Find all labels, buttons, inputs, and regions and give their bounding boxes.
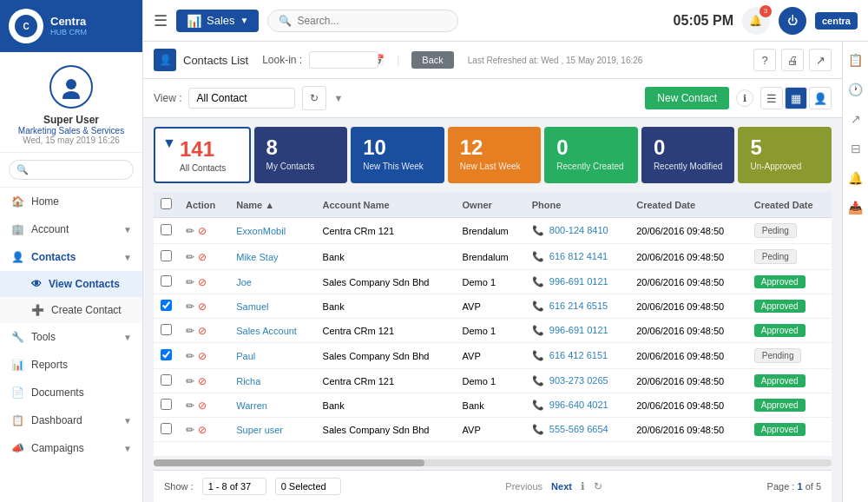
edit-icon[interactable]: ✏ (186, 276, 194, 288)
delete-icon[interactable]: ⊘ (198, 251, 207, 263)
sidebar-item-account[interactable]: 🏢 Account ▼ (0, 215, 142, 243)
phone-link[interactable]: 800-124 8410 (549, 225, 608, 235)
print-button[interactable]: 🖨 (781, 49, 804, 71)
look-in-input[interactable] (309, 51, 378, 69)
edit-icon[interactable]: ✏ (186, 301, 194, 313)
edit-icon[interactable]: ✏ (186, 400, 194, 412)
power-button[interactable]: ⏻ (779, 7, 806, 35)
row-checkbox[interactable] (161, 349, 172, 360)
delete-icon[interactable]: ⊘ (198, 400, 207, 412)
phone-link[interactable]: 616 412 6151 (549, 350, 608, 360)
row-checkbox[interactable] (161, 324, 172, 335)
sidebar-item-documents[interactable]: 📄 Documents (0, 379, 142, 406)
stat-unapproved[interactable]: 5 Un-Approved (738, 127, 832, 183)
sidebar-item-contacts[interactable]: 👤 Contacts ▼ (0, 243, 142, 271)
contact-name[interactable]: Sales Account (236, 326, 297, 336)
previous-button[interactable]: Previous (505, 481, 542, 492)
created-date-header[interactable]: Created Date (629, 192, 747, 218)
rs-bell-icon[interactable]: 🔔 (845, 167, 867, 189)
rs-clock-icon[interactable]: 🕐 (845, 78, 867, 101)
next-info-icon[interactable]: ℹ (581, 480, 585, 492)
selected-count-select[interactable]: 0 Selected (275, 478, 341, 495)
rs-list-icon[interactable]: 📋 (845, 49, 867, 71)
new-contact-button[interactable]: New Contact (645, 87, 729, 109)
topbar-search-box[interactable]: 🔍 (267, 10, 458, 32)
sidebar-item-tools[interactable]: 🔧 Tools ▼ (0, 323, 142, 351)
row-checkbox[interactable] (161, 399, 172, 410)
delete-icon[interactable]: ⊘ (198, 375, 207, 387)
row-checkbox[interactable] (161, 224, 172, 235)
help-button[interactable]: ? (753, 49, 776, 71)
phone-link[interactable]: 996-691 0121 (549, 325, 608, 335)
phone-link[interactable]: 996-691 0121 (549, 276, 608, 287)
row-checkbox[interactable] (161, 300, 172, 311)
status-header[interactable]: Created Date (747, 192, 832, 218)
delete-icon[interactable]: ⊘ (198, 350, 207, 362)
owner-header[interactable]: Owner (456, 192, 525, 218)
sidebar-item-create-contact[interactable]: ➕ Create Contact (0, 297, 142, 323)
sidebar-item-home[interactable]: 🏠 Home (0, 188, 142, 215)
refresh-arrow-icon[interactable]: ▼ (333, 93, 343, 103)
phone-link[interactable]: 996-640 4021 (549, 400, 608, 410)
next-button[interactable]: Next (551, 481, 572, 492)
contact-name[interactable]: Paul (236, 351, 255, 361)
row-checkbox[interactable] (161, 374, 172, 386)
stat-recently-modified[interactable]: 0 Recently Modified (641, 127, 735, 183)
next-arrow-icon[interactable]: ↻ (594, 480, 602, 492)
phone-link[interactable]: 555-569 6654 (549, 424, 608, 434)
share-button[interactable]: ↗ (809, 49, 832, 71)
view-select[interactable]: All Contact My Contacts Recently Created (188, 88, 295, 109)
select-all-checkbox[interactable] (161, 198, 172, 209)
edit-icon[interactable]: ✏ (186, 424, 194, 436)
stat-new-last-week[interactable]: 12 New Last Week (448, 127, 542, 183)
info-button[interactable]: ℹ (736, 89, 753, 107)
scrollbar-thumb[interactable] (154, 459, 424, 466)
sidebar-item-reports[interactable]: 📊 Reports (0, 351, 142, 379)
topbar-search-input[interactable] (297, 15, 447, 27)
grid-view-button[interactable]: ▦ (785, 87, 807, 109)
card-view-button[interactable]: 👤 (809, 87, 832, 109)
contact-name[interactable]: Mike Stay (236, 252, 278, 262)
phone-header[interactable]: Phone (525, 192, 629, 218)
contact-name[interactable]: Joe (236, 277, 252, 287)
account-name-header[interactable]: Account Name (316, 192, 456, 218)
phone-link[interactable]: 903-273 0265 (549, 375, 608, 386)
delete-icon[interactable]: ⊘ (198, 276, 207, 288)
stat-my-contacts[interactable]: 8 My Contacts (254, 127, 348, 183)
list-view-button[interactable]: ☰ (760, 87, 783, 109)
edit-icon[interactable]: ✏ (186, 325, 194, 337)
edit-icon[interactable]: ✏ (186, 350, 194, 362)
sidebar-search-box[interactable]: 🔍 (9, 160, 134, 180)
name-header[interactable]: Name ▲ (229, 192, 315, 218)
menu-hamburger-icon[interactable]: ☰ (154, 11, 168, 30)
module-selector[interactable]: 📊 Sales ▼ (176, 10, 259, 32)
delete-icon[interactable]: ⊘ (198, 424, 207, 436)
sidebar-item-view-contacts[interactable]: 👁 View Contacts (0, 271, 142, 297)
rs-inbox-icon[interactable]: 📥 (845, 196, 867, 219)
rs-collapse-icon[interactable]: ⊟ (845, 137, 867, 160)
phone-link[interactable]: 616 812 4141 (549, 251, 608, 261)
edit-icon[interactable]: ✏ (186, 225, 194, 237)
phone-link[interactable]: 616 214 6515 (549, 301, 608, 311)
row-checkbox[interactable] (161, 423, 172, 434)
delete-icon[interactable]: ⊘ (198, 225, 207, 237)
delete-icon[interactable]: ⊘ (198, 325, 207, 337)
stat-new-this-week[interactable]: 10 New This Week (351, 127, 444, 183)
sidebar-item-dashboard[interactable]: 📋 Dashboard ▼ (0, 406, 142, 434)
edit-icon[interactable]: ✏ (186, 375, 194, 387)
contact-name[interactable]: Richa (236, 376, 260, 386)
rs-share-icon[interactable]: ↗ (845, 108, 867, 130)
contact-name[interactable]: Samuel (236, 301, 268, 312)
contact-name[interactable]: ExxonMobil (236, 226, 286, 236)
contact-name[interactable]: Super user (236, 425, 283, 435)
row-checkbox[interactable] (161, 250, 172, 261)
notifications-button[interactable]: 🔔 3 (742, 7, 770, 35)
horizontal-scrollbar[interactable] (154, 456, 832, 470)
delete-icon[interactable]: ⊘ (198, 301, 207, 313)
contact-name[interactable]: Warren (236, 400, 267, 411)
show-range-select[interactable]: 1 - 8 of 37 (202, 478, 266, 495)
back-button[interactable]: Back (411, 51, 453, 69)
stat-recently-created[interactable]: 0 Recently Created (544, 127, 638, 183)
sidebar-search-input[interactable] (29, 165, 126, 175)
refresh-button[interactable]: ↻ (302, 86, 326, 110)
